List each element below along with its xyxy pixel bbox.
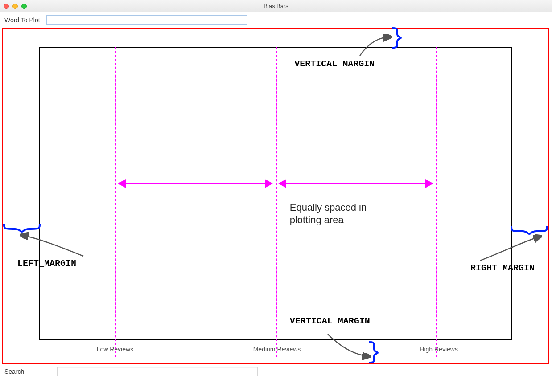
plot-rect: Equally spaced in plotting area VERTICAL… (39, 47, 512, 340)
anno-arrow-right (477, 234, 544, 267)
search-label: Search: (4, 368, 26, 375)
window-controls (4, 4, 27, 9)
equal-spacing-line2: plotting area (290, 214, 367, 226)
search-input[interactable] (57, 367, 258, 376)
spacing-arrow-right (276, 177, 436, 190)
anno-arrow-left (16, 232, 88, 263)
word-to-plot-row: Word To Plot: (0, 12, 552, 28)
canvas-outline: Equally spaced in plotting area VERTICAL… (2, 28, 549, 364)
gridline-medium (276, 47, 277, 357)
equal-spacing-label: Equally spaced in plotting area (290, 201, 367, 226)
vertical-margin-bottom-label: VERTICAL_MARGIN (290, 316, 370, 326)
diagram-container: Equally spaced in plotting area VERTICAL… (2, 28, 550, 364)
gridline-low (115, 47, 116, 357)
spacing-line (285, 183, 426, 184)
zoom-icon[interactable] (21, 4, 27, 9)
vertical-margin-top-label: VERTICAL_MARGIN (294, 59, 375, 69)
anno-arrow-bottom (324, 331, 373, 362)
axis-label-medium: Medium Reviews (253, 346, 301, 353)
window-title: Bias Bars (0, 3, 552, 9)
equal-spacing-line1: Equally spaced in (290, 201, 367, 214)
window-titlebar: Bias Bars (0, 0, 552, 12)
gridline-high (436, 47, 437, 357)
spacing-arrow-left (115, 177, 276, 190)
arrowhead-right-icon (265, 179, 273, 188)
search-row: Search: (0, 364, 552, 379)
arrowhead-right-icon (425, 179, 433, 188)
close-icon[interactable] (4, 4, 9, 9)
anno-arrow-top (355, 33, 395, 60)
axis-label-high: High Reviews (420, 346, 458, 353)
word-to-plot-label: Word To Plot: (4, 16, 42, 24)
axis-label-low: Low Reviews (97, 346, 133, 353)
word-to-plot-input[interactable] (46, 15, 247, 25)
minimize-icon[interactable] (12, 4, 18, 9)
spacing-line (125, 183, 266, 184)
